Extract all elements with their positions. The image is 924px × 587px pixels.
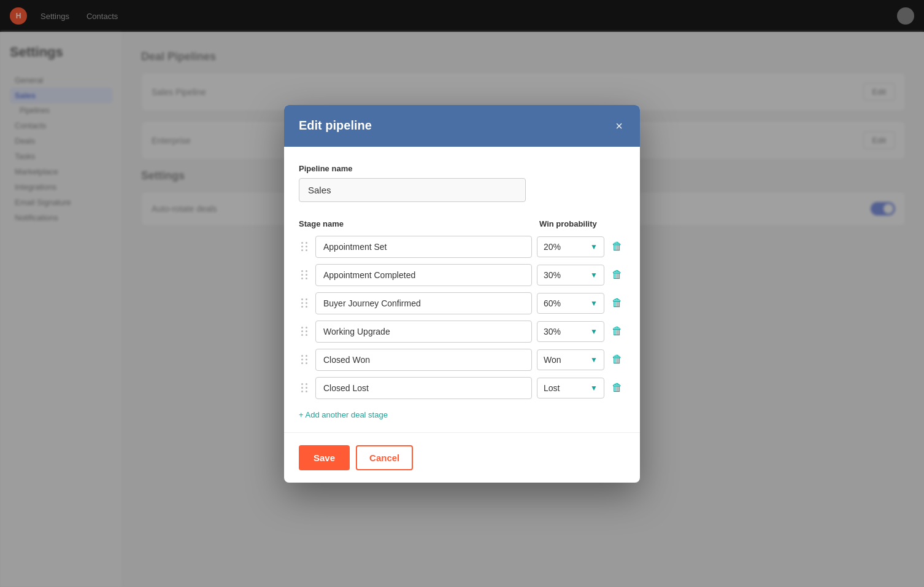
prob-dropdown[interactable]: Lost ▼ xyxy=(537,378,604,398)
prob-value: Won xyxy=(544,355,561,365)
delete-stage-icon[interactable]: 🗑 xyxy=(609,238,625,255)
drag-handle[interactable] xyxy=(299,327,310,336)
drag-handle[interactable] xyxy=(299,355,310,364)
chevron-down-icon: ▼ xyxy=(590,384,598,392)
delete-stage-icon[interactable]: 🗑 xyxy=(609,351,625,368)
modal-header: Edit pipeline × xyxy=(284,105,640,147)
stage-row: 20% ▼ 🗑 xyxy=(299,236,625,258)
drag-handle[interactable] xyxy=(299,383,310,392)
modal-overlay: Edit pipeline × Pipeline name Stage name… xyxy=(0,0,924,587)
stage-row: Won ▼ 🗑 xyxy=(299,349,625,371)
delete-stage-icon[interactable]: 🗑 xyxy=(609,294,625,312)
prob-value: 30% xyxy=(544,327,561,336)
prob-dropdown[interactable]: 30% ▼ xyxy=(537,265,604,286)
delete-stage-icon[interactable]: 🗑 xyxy=(609,322,625,340)
modal-title: Edit pipeline xyxy=(299,119,372,133)
stage-name-header: Stage name xyxy=(299,219,539,228)
stage-name-input[interactable] xyxy=(315,292,532,314)
prob-value: Lost xyxy=(544,383,560,393)
prob-dropdown[interactable]: Won ▼ xyxy=(537,349,604,370)
stage-name-input[interactable] xyxy=(315,264,532,286)
prob-dropdown[interactable]: 30% ▼ xyxy=(537,321,604,342)
pipeline-name-field: Pipeline name xyxy=(299,164,625,202)
prob-value: 30% xyxy=(544,270,561,280)
stage-row: Lost ▼ 🗑 xyxy=(299,377,625,399)
prob-dropdown[interactable]: 20% ▼ xyxy=(537,236,604,257)
drag-handle[interactable] xyxy=(299,242,310,251)
chevron-down-icon: ▼ xyxy=(590,243,598,251)
stage-name-input[interactable] xyxy=(315,349,532,371)
delete-stage-icon[interactable]: 🗑 xyxy=(609,379,625,397)
stage-name-input[interactable] xyxy=(315,321,532,343)
add-stage-link[interactable]: + Add another deal stage xyxy=(299,410,388,419)
stage-name-input[interactable] xyxy=(315,236,532,258)
stage-row: 30% ▼ 🗑 xyxy=(299,264,625,286)
drag-handle[interactable] xyxy=(299,298,310,308)
cancel-button[interactable]: Cancel xyxy=(356,445,413,470)
prob-value: 20% xyxy=(544,242,561,252)
prob-value: 60% xyxy=(544,298,561,308)
modal-close-button[interactable]: × xyxy=(613,117,625,134)
stage-row: 30% ▼ 🗑 xyxy=(299,321,625,343)
stages-header: Stage name Win probability xyxy=(299,219,625,228)
edit-pipeline-modal: Edit pipeline × Pipeline name Stage name… xyxy=(284,105,640,483)
modal-footer: Save Cancel xyxy=(284,432,640,483)
modal-body: Pipeline name Stage name Win probability… xyxy=(284,147,640,432)
win-prob-header: Win probability xyxy=(539,219,625,228)
chevron-down-icon: ▼ xyxy=(590,271,598,279)
stage-row: 60% ▼ 🗑 xyxy=(299,292,625,314)
chevron-down-icon: ▼ xyxy=(590,356,598,364)
pipeline-name-label: Pipeline name xyxy=(299,164,625,173)
stage-name-input[interactable] xyxy=(315,377,532,399)
chevron-down-icon: ▼ xyxy=(590,327,598,336)
save-button[interactable]: Save xyxy=(299,445,350,470)
pipeline-name-input[interactable] xyxy=(299,178,526,202)
prob-dropdown[interactable]: 60% ▼ xyxy=(537,293,604,314)
chevron-down-icon: ▼ xyxy=(590,299,598,308)
drag-handle[interactable] xyxy=(299,270,310,279)
stages-section: Stage name Win probability 20% ▼ 🗑 xyxy=(299,219,625,420)
delete-stage-icon[interactable]: 🗑 xyxy=(609,266,625,284)
